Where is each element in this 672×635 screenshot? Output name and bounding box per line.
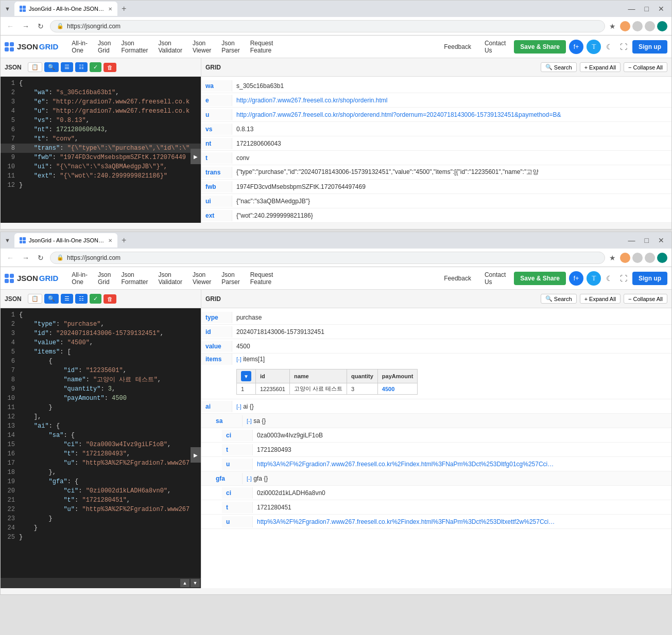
- sign-up-btn-2[interactable]: Sign up: [632, 272, 667, 285]
- sa-collapse-btn[interactable]: [-]: [247, 418, 252, 424]
- nav-contact[interactable]: ContactUs: [479, 38, 511, 56]
- scroll-up-btn-2[interactable]: ▲: [180, 579, 189, 587]
- profile-icon-6[interactable]: [632, 253, 643, 263]
- grid-collapse-btn-2[interactable]: − Collapse All: [624, 294, 667, 304]
- url-bar-2[interactable]: 🔒 https://jsongrid.com: [50, 252, 605, 264]
- forward-btn-2[interactable]: →: [20, 253, 31, 263]
- profile-icon-5[interactable]: [620, 253, 630, 263]
- nav-request-feature[interactable]: RequestFeature: [245, 38, 279, 56]
- refresh-btn-2[interactable]: ↻: [36, 253, 46, 263]
- horizontal-scroll-1[interactable]: [1, 223, 671, 229]
- dark-mode-btn-1[interactable]: ☾: [604, 41, 615, 53]
- grid-data-2[interactable]: type purchase id 20240718143006-15739132…: [201, 308, 671, 588]
- save-share-btn-1[interactable]: Save & Share: [514, 40, 566, 54]
- json-delete-btn-2[interactable]: 🗑: [104, 294, 116, 304]
- nav-request-feature-2[interactable]: RequestFeature: [245, 269, 279, 288]
- grid-value2-sa-u[interactable]: http%3A%2F%2Fgradion7.www267.freesell.co…: [253, 458, 562, 470]
- grid-value2-ai[interactable]: [-] ai {}: [232, 401, 258, 412]
- bookmark-btn-2[interactable]: ★: [609, 254, 616, 262]
- grid-expand-btn-1[interactable]: + Expand All: [580, 62, 621, 72]
- nav-all-in-one[interactable]: All-in-One: [66, 38, 93, 56]
- nav-json-formatter-2[interactable]: JsonFormatter: [116, 269, 153, 288]
- window-down-btn[interactable]: ▼: [5, 6, 10, 12]
- profile-icon-1[interactable]: [620, 21, 630, 31]
- tab-close-2[interactable]: ✕: [108, 238, 112, 243]
- url-bar-1[interactable]: 🔒 https://jsongrid.com: [50, 20, 605, 32]
- forward-btn-1[interactable]: →: [20, 21, 31, 31]
- nav-feedback[interactable]: Feedback: [439, 41, 476, 52]
- nav-contact-2[interactable]: ContactUs: [479, 269, 511, 288]
- json-check-btn-2[interactable]: ✓: [90, 294, 101, 304]
- panel-toggle-btn-right-1[interactable]: ▶: [191, 149, 201, 164]
- twitter-icon-2[interactable]: 𝕋: [587, 271, 601, 286]
- items-collapse-btn[interactable]: [-]: [236, 356, 242, 362]
- json-search-btn-2[interactable]: 🔍: [44, 294, 59, 304]
- back-btn-2[interactable]: ←: [5, 253, 16, 263]
- nav-json-validator[interactable]: JsonValidator: [153, 38, 187, 56]
- minimize-btn-1[interactable]: —: [625, 4, 639, 14]
- grid-search-btn-1[interactable]: 🔍 Search: [541, 62, 577, 72]
- gfa-collapse-btn[interactable]: [-]: [247, 475, 252, 482]
- code-editor-1[interactable]: 1{ 2 "wa": "s_305c16ba63b1", 3 "e": "htt…: [1, 77, 201, 223]
- grid-value2-gfa[interactable]: [-] gfa {}: [243, 473, 272, 484]
- scroll-down-btn-2[interactable]: ▼: [191, 579, 200, 587]
- nav-json-viewer-2[interactable]: JsonViewer: [187, 269, 216, 288]
- json-copy-btn-2[interactable]: 📋: [28, 294, 42, 304]
- json-table-btn-2[interactable]: ☷: [75, 294, 88, 304]
- json-table-btn-1[interactable]: ☷: [75, 62, 88, 72]
- grid-value2-items[interactable]: [-] items[1]: [232, 354, 269, 365]
- json-delete-btn-1[interactable]: 🗑: [104, 63, 116, 72]
- nav-json-formatter[interactable]: JsonFormatter: [116, 38, 153, 56]
- json-check-btn-1[interactable]: ✓: [90, 62, 101, 72]
- nav-feedback-2[interactable]: Feedback: [439, 273, 476, 284]
- maximize-btn-1[interactable]: □: [642, 4, 652, 14]
- profile-icon-3[interactable]: [645, 21, 655, 31]
- profile-icon-8[interactable]: [657, 253, 667, 263]
- json-search-btn-1[interactable]: 🔍: [44, 62, 59, 72]
- nav-json-parser[interactable]: JsonParser: [216, 38, 245, 56]
- ai-collapse-btn[interactable]: [-]: [236, 403, 242, 410]
- grid-value2-gfa-u[interactable]: http%3A%2F%2Fgradion7.www267.freesell.co…: [253, 516, 562, 527]
- close-btn-2[interactable]: ✕: [655, 235, 667, 245]
- bookmark-btn-1[interactable]: ★: [609, 22, 616, 30]
- facebook-icon-1[interactable]: f+: [569, 40, 583, 54]
- fullscreen-btn-2[interactable]: ⛶: [618, 272, 629, 285]
- profile-icon-4[interactable]: [657, 21, 667, 31]
- twitter-icon-1[interactable]: 𝕋: [587, 40, 601, 54]
- json-list-btn-2[interactable]: ☰: [61, 294, 73, 304]
- profile-icon-7[interactable]: [645, 253, 655, 263]
- sign-up-btn-1[interactable]: Sign up: [632, 40, 667, 54]
- grid-value2-sa[interactable]: [-] sa {}: [243, 415, 270, 427]
- dark-mode-btn-2[interactable]: ☾: [604, 272, 615, 285]
- code-editor-2[interactable]: 1{ 2 "type": "purchase", 3 "id": "202407…: [1, 308, 201, 578]
- window-down-btn-2[interactable]: ▼: [5, 237, 10, 243]
- filter-icon[interactable]: ▼: [241, 371, 251, 381]
- profile-icon-2[interactable]: [632, 21, 643, 31]
- nav-json-validator-2[interactable]: JsonValidator: [153, 269, 187, 288]
- new-tab-btn-1[interactable]: +: [118, 3, 129, 14]
- refresh-btn-1[interactable]: ↻: [36, 21, 46, 31]
- save-share-btn-2[interactable]: Save & Share: [514, 272, 566, 285]
- back-btn-1[interactable]: ←: [5, 21, 16, 31]
- active-tab-1[interactable]: JsonGrid - All-In-One JSON S... ✕: [14, 2, 117, 16]
- nav-json-parser-2[interactable]: JsonParser: [216, 269, 245, 288]
- minimize-btn-2[interactable]: —: [625, 235, 639, 245]
- json-copy-btn-1[interactable]: 📋: [28, 62, 42, 72]
- active-tab-2[interactable]: JsonGrid - All-In-One JSON S... ✕: [14, 233, 117, 248]
- fullscreen-btn-1[interactable]: ⛶: [618, 41, 629, 53]
- maximize-btn-2[interactable]: □: [642, 235, 652, 245]
- new-tab-btn-2[interactable]: +: [118, 235, 129, 246]
- facebook-icon-2[interactable]: f+: [569, 271, 583, 286]
- nav-all-in-one-2[interactable]: All-in-One: [66, 269, 93, 288]
- grid-value-u[interactable]: http://gradion7.www267.freesell.co.kr/sh…: [232, 109, 565, 120]
- grid-value-e[interactable]: http://gradion7.www267.freesell.co.kr/sh…: [232, 95, 391, 106]
- grid-search-btn-2[interactable]: 🔍 Search: [541, 294, 577, 304]
- nav-json-grid[interactable]: JsonGrid: [93, 38, 116, 56]
- nav-json-grid-2[interactable]: JsonGrid: [93, 269, 116, 288]
- tab-close-1[interactable]: ✕: [108, 6, 112, 12]
- grid-expand-btn-2[interactable]: + Expand All: [580, 294, 621, 304]
- panel-toggle-btn-right-2[interactable]: ▶: [191, 447, 201, 463]
- grid-collapse-btn-1[interactable]: − Collapse All: [624, 62, 667, 72]
- nav-json-viewer[interactable]: JsonViewer: [187, 38, 216, 56]
- close-btn-1[interactable]: ✕: [655, 4, 667, 14]
